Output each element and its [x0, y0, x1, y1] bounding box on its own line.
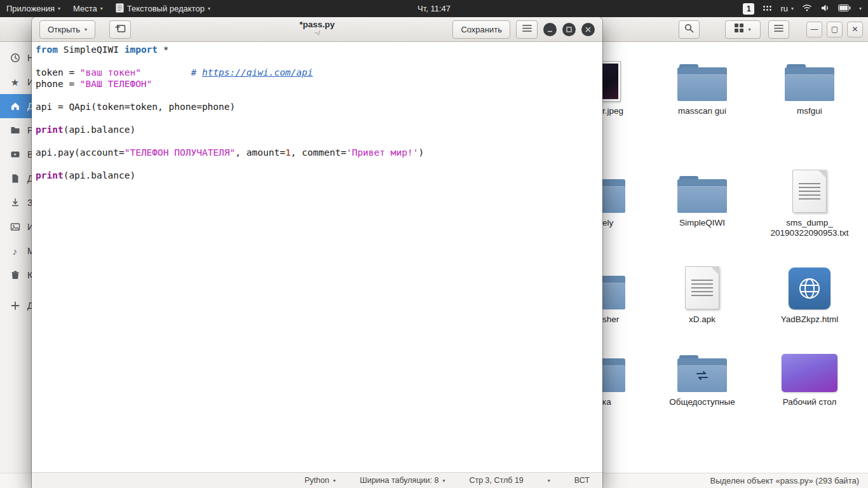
code-token: 1 [285, 147, 291, 158]
share-emblem-icon [677, 369, 727, 382]
code-token: "ваш токен" [80, 67, 141, 78]
folder-icon [677, 355, 727, 392]
chevron-down-icon: ▾ [85, 27, 87, 32]
open-button[interactable]: Открыть▾ [39, 20, 95, 39]
close-button[interactable] [581, 23, 595, 36]
html-globe-icon [789, 268, 831, 309]
search-button[interactable] [679, 20, 700, 39]
close-button[interactable]: ✕ [847, 22, 863, 37]
file-label: YadBZkpz.html [762, 315, 857, 325]
file-label: xD.apk [654, 315, 750, 325]
star-icon: ★ [10, 77, 20, 88]
code-token: api = QApi(token=token, phone=phone) [36, 102, 235, 112]
system-menu-chevron-icon[interactable]: ▾ [859, 6, 862, 11]
file-item[interactable]: Рабочий стол [762, 348, 857, 407]
file-item[interactable]: YadBZkpz.html [762, 265, 857, 325]
file-item[interactable]: sms_dump_ 20190322090953.txt [762, 168, 857, 238]
code-token: from [36, 44, 58, 55]
tab-width-selector[interactable]: Ширина табуляции: 8▾ [360, 476, 445, 485]
code-token: import [125, 44, 158, 55]
chevron-down-icon: ▾ [442, 478, 445, 484]
language-selector[interactable]: Python▾ [304, 476, 336, 485]
code-token: phone = [36, 79, 80, 89]
places-menu[interactable]: Места▾ [67, 0, 109, 17]
grid-view-icon [735, 24, 743, 35]
volume-icon [820, 4, 830, 14]
wifi-icon [802, 4, 812, 14]
maximize-button[interactable] [562, 23, 576, 36]
folder-icon [10, 125, 20, 136]
minimize-button[interactable]: — [806, 22, 822, 37]
code-token: api.pay(account= [36, 147, 125, 158]
code-token: , amount= [235, 147, 285, 158]
search-icon [684, 24, 694, 36]
keyboard-layout-indicator[interactable]: ru▾ [780, 0, 794, 17]
new-document-button[interactable] [109, 20, 131, 39]
document-path: ~/ [222, 29, 412, 37]
view-options-button[interactable]: ▾ [725, 20, 761, 39]
plus-icon [10, 301, 20, 311]
trash-icon [10, 270, 20, 281]
hamburger-icon [774, 24, 783, 35]
chevron-down-icon: ▾ [748, 27, 750, 32]
window-title: *pass.py ~/ [222, 20, 412, 37]
legacy-tray-icon[interactable] [763, 4, 772, 13]
video-icon [10, 149, 20, 160]
code-token[interactable]: https://qiwi.com/api [202, 67, 313, 78]
file-item[interactable]: SimpleQIWI [654, 168, 750, 228]
clock[interactable]: Чт, 11:47 [411, 0, 457, 17]
gedit-status-bar: Python▾ Ширина табуляции: 8▾ Стр 3, Стлб… [32, 472, 602, 488]
file-item[interactable]: masscan gui [654, 57, 750, 116]
gedit-menu-button[interactable] [516, 20, 538, 39]
applications-menu[interactable]: Приложения▾ [0, 0, 67, 17]
code-line [36, 135, 602, 147]
hamburger-icon [522, 24, 532, 34]
maximize-button[interactable]: ▢ [827, 22, 843, 37]
new-tab-icon [115, 24, 126, 35]
insert-mode-indicator: ВСТ [574, 476, 590, 485]
code-line: print(api.balance) [36, 124, 602, 135]
code-line [36, 158, 602, 170]
window-count-badge[interactable]: 1 [743, 3, 754, 15]
files-menu-button[interactable] [768, 20, 789, 39]
code-line: token = "ваш токен" # https://qiwi.com/a… [36, 67, 602, 78]
file-item[interactable]: xD.apk [654, 265, 750, 325]
file-label: SimpleQIWI [654, 218, 750, 228]
chevron-down-icon: ▾ [58, 6, 60, 11]
code-line [36, 112, 602, 124]
code-token: , comment= [291, 147, 346, 158]
code-token: "ТЕЛЕФОН ПОЛУЧАТЕЛЯ" [125, 147, 236, 158]
battery-icon [838, 4, 851, 13]
file-label: Рабочий стол [762, 397, 857, 407]
document-icon [10, 173, 20, 184]
code-area[interactable]: from SimpleQIWI import * token = "ваш то… [32, 42, 602, 472]
cursor-position[interactable]: Стр 3, Стлб 19 [469, 476, 523, 485]
desktop-thumbnail-icon [782, 354, 837, 392]
document-title: *pass.py [222, 20, 412, 29]
goto-line-chevron-icon[interactable]: ▾ [548, 478, 550, 484]
file-item[interactable]: msfgui [762, 57, 857, 116]
desktop: Приложения▾ Места▾ Текстовый редактор▾ Ч… [0, 0, 868, 488]
save-button[interactable]: Сохранить [452, 20, 510, 39]
code-token: (api.balance) [64, 170, 136, 180]
home-icon [10, 101, 20, 112]
code-token: 'Привет мир!' [346, 147, 419, 158]
top-bar: Приложения▾ Места▾ Текстовый редактор▾ Ч… [0, 0, 868, 17]
recent-icon [10, 53, 20, 64]
chevron-down-icon: ▾ [100, 6, 103, 11]
code-line: phone = "ВАШ ТЕЛЕФОН" [36, 78, 602, 90]
file-label: Общедоступные [654, 397, 750, 407]
code-line: print(api.balance) [36, 170, 602, 181]
code-line: api.pay(account="ТЕЛЕФОН ПОЛУЧАТЕЛЯ", am… [36, 147, 602, 158]
code-token: SimpleQIWI [58, 44, 125, 55]
active-app-menu[interactable]: Текстовый редактор▾ [109, 0, 217, 17]
code-token: token = [36, 67, 80, 78]
minimize-button[interactable] [543, 23, 557, 36]
gedit-header-bar: Открыть▾ *pass.py ~/ Сохранить [32, 17, 602, 42]
code-token: * [158, 44, 168, 55]
gedit-window: Открыть▾ *pass.py ~/ Сохранить from Simp… [32, 17, 602, 488]
file-item[interactable]: Общедоступные [654, 348, 750, 407]
code-token: (api.balance) [64, 125, 136, 135]
file-label: sms_dump_ 20190322090953.txt [762, 218, 857, 238]
code-token: print [36, 170, 64, 180]
